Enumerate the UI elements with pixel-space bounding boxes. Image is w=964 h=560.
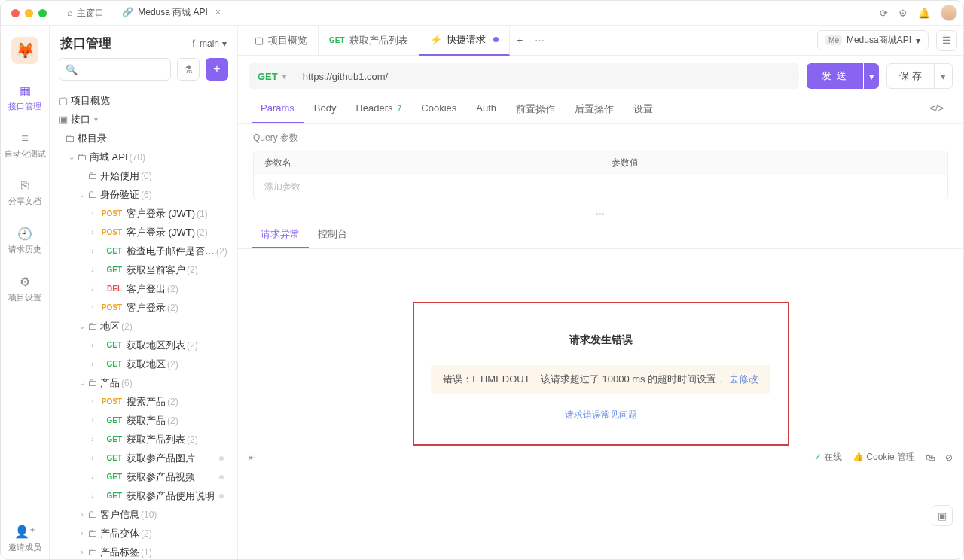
tree-item[interactable]: ›GET获取参产品视频 bbox=[56, 467, 231, 486]
branch-selector[interactable]: ᚶ main ▾ bbox=[191, 38, 227, 49]
tree-item[interactable]: ›GET获取参产品图片 bbox=[56, 449, 231, 467]
tree-item[interactable]: ›🗀产品变体 (2) bbox=[56, 524, 231, 543]
resp-tab-console[interactable]: 控制台 bbox=[309, 221, 356, 248]
tree-api-root[interactable]: ▣接口▾ bbox=[56, 110, 231, 129]
tree-item[interactable]: ›POST客户登录 (JWT) (1) bbox=[56, 204, 231, 223]
subtab-pre[interactable]: 前置操作 bbox=[507, 96, 564, 123]
add-button[interactable]: + bbox=[206, 58, 228, 81]
minimize-window[interactable] bbox=[25, 9, 33, 17]
resize-handle[interactable]: ⋯ bbox=[238, 207, 963, 221]
cookie-manager[interactable]: 👍 Cookie 管理 bbox=[853, 451, 915, 464]
tree-item[interactable]: ›🗀客户信息 (10) bbox=[56, 505, 231, 524]
avatar[interactable] bbox=[941, 5, 957, 21]
tree-item[interactable]: ›POST搜索产品 (2) bbox=[56, 392, 231, 411]
nav-invite[interactable]: 👤⁺邀请成员 bbox=[4, 519, 46, 559]
tree-item[interactable]: ›GET获取产品列表 (2) bbox=[56, 430, 231, 449]
folder-icon: 🗀 bbox=[87, 509, 97, 520]
tree-item[interactable]: ›DEL客户登出 (2) bbox=[56, 279, 231, 298]
method-badge: GET bbox=[98, 360, 122, 368]
bell-icon[interactable]: 🔔 bbox=[918, 8, 930, 19]
fix-link[interactable]: 去修改 bbox=[729, 373, 758, 385]
nav-project-settings[interactable]: ⚙项目设置 bbox=[4, 269, 46, 309]
tree-item[interactable]: ›GET检查电子邮件是否… (2) bbox=[56, 242, 231, 260]
chevron-icon: › bbox=[87, 473, 98, 481]
status-dot bbox=[219, 456, 224, 461]
query-params-section: Query 参数 参数名 参数值 添加参数 bbox=[238, 124, 963, 207]
app-logo[interactable]: 🦊 bbox=[11, 37, 38, 64]
collapse-sidebar-icon[interactable]: ⇤ bbox=[249, 452, 256, 463]
save-button[interactable]: 保 存 bbox=[886, 63, 935, 89]
search-input[interactable]: 🔍 bbox=[59, 58, 171, 81]
tab-add[interactable]: + bbox=[510, 26, 531, 56]
tab-overview[interactable]: ▢项目概览 bbox=[244, 26, 319, 56]
subtab-settings[interactable]: 设置 bbox=[624, 96, 662, 123]
tree-item[interactable]: ›POST客户登录 (JWT) (2) bbox=[56, 223, 231, 242]
nav-automation[interactable]: ≡自动化测试 bbox=[4, 126, 46, 166]
tree-item[interactable]: ⌄🗀身份验证 (6) bbox=[56, 185, 231, 204]
chevron-icon: › bbox=[87, 397, 98, 406]
faq-link[interactable]: 请求错误常见问题 bbox=[429, 409, 773, 422]
close-window[interactable] bbox=[11, 9, 20, 17]
url-input[interactable]: https://github1.com/ bbox=[295, 71, 799, 82]
filter-button[interactable]: ⚗ bbox=[177, 58, 200, 81]
resp-tab-error[interactable]: 请求异常 bbox=[252, 221, 309, 248]
tree-overview[interactable]: ▢项目概览 bbox=[56, 91, 231, 110]
refresh-icon[interactable]: ⟳ bbox=[880, 8, 888, 19]
expand-button[interactable]: ▣ bbox=[932, 505, 953, 526]
tree-item[interactable]: ⌄🗀地区 (2) bbox=[56, 317, 231, 336]
chevron-icon: › bbox=[87, 416, 98, 425]
query-table: 参数名 参数值 添加参数 bbox=[253, 151, 948, 199]
col-param-name: 参数名 bbox=[254, 151, 601, 175]
close-icon[interactable]: × bbox=[215, 7, 221, 17]
add-param-row[interactable]: 添加参数 bbox=[254, 175, 947, 199]
title-tab-home[interactable]: ⌂ 主窗口 bbox=[58, 1, 113, 26]
title-tab-api[interactable]: 🔗 Medusa 商城 API × bbox=[113, 1, 230, 26]
panel-toggle[interactable]: ☰ bbox=[936, 30, 957, 51]
home-tab-label: 主窗口 bbox=[77, 7, 104, 20]
chevron-icon: › bbox=[87, 247, 98, 255]
nav-share-docs[interactable]: ⎘分享文档 bbox=[4, 173, 46, 213]
method-selector[interactable]: GET▾ bbox=[249, 71, 295, 82]
cart-icon[interactable]: 🛍 bbox=[926, 452, 935, 463]
tab-quick-request[interactable]: ⚡快捷请求 bbox=[419, 26, 510, 56]
tree-root-dir[interactable]: 🗀根目录 bbox=[56, 129, 231, 148]
nav-history[interactable]: 🕘请求历史 bbox=[4, 221, 46, 261]
save-dropdown[interactable]: ▾ bbox=[935, 63, 953, 89]
code-icon[interactable]: </> bbox=[923, 96, 950, 123]
settings-icon[interactable]: ⚙ bbox=[898, 8, 908, 19]
method-badge: GET bbox=[98, 416, 122, 425]
share-icon: ⎘ bbox=[21, 179, 29, 193]
nav-api-management[interactable]: ▦接口管理 bbox=[4, 78, 46, 118]
environment-selector[interactable]: MeMedusa商城API▾ bbox=[817, 30, 929, 50]
window-controls bbox=[11, 9, 47, 17]
tree-item[interactable]: ›GET获取地区 (2) bbox=[56, 355, 231, 373]
subtab-post[interactable]: 后置操作 bbox=[566, 96, 623, 123]
send-button[interactable]: 发 送 bbox=[807, 63, 864, 89]
tree-item[interactable]: ›GET获取地区列表 (2) bbox=[56, 336, 231, 355]
tree-item[interactable]: ⌄🗀产品 (6) bbox=[56, 373, 231, 392]
api-tab-label: Medusa 商城 API bbox=[138, 6, 208, 19]
col-param-value: 参数值 bbox=[601, 151, 948, 175]
maximize-window[interactable] bbox=[38, 9, 47, 17]
tree-item[interactable]: 🗀开始使用 (0) bbox=[56, 166, 231, 185]
subtab-params[interactable]: Params bbox=[252, 96, 304, 123]
send-dropdown[interactable]: ▾ bbox=[864, 63, 879, 89]
folder-icon: 🗀 bbox=[87, 321, 97, 332]
tree-item[interactable]: ›🗀产品标签 (1) bbox=[56, 543, 231, 559]
subtab-cookies[interactable]: Cookies bbox=[412, 96, 465, 123]
tree-item[interactable]: ›GET获取参产品使用说明 bbox=[56, 486, 231, 505]
tree-item[interactable]: ›GET获取产品 (2) bbox=[56, 411, 231, 430]
tab-more[interactable]: ⋯ bbox=[530, 26, 549, 56]
subtab-auth[interactable]: Auth bbox=[467, 96, 505, 123]
method-badge: GET bbox=[98, 454, 122, 462]
tree-item[interactable]: ›POST客户登录 (2) bbox=[56, 298, 231, 317]
help-icon[interactable]: ⊘ bbox=[945, 452, 953, 463]
method-badge: GET bbox=[98, 492, 122, 500]
chevron-down-icon: ▾ bbox=[222, 38, 227, 49]
subtab-headers[interactable]: Headers 7 bbox=[346, 96, 410, 123]
tab-get-products[interactable]: GET获取产品列表 bbox=[319, 26, 419, 56]
subtab-body[interactable]: Body bbox=[305, 96, 346, 123]
tree-item[interactable]: ›GET获取当前客户 (2) bbox=[56, 260, 231, 279]
tree-item[interactable]: ⌄🗀商城 API (70) bbox=[56, 148, 231, 166]
query-label: Query 参数 bbox=[253, 132, 948, 145]
